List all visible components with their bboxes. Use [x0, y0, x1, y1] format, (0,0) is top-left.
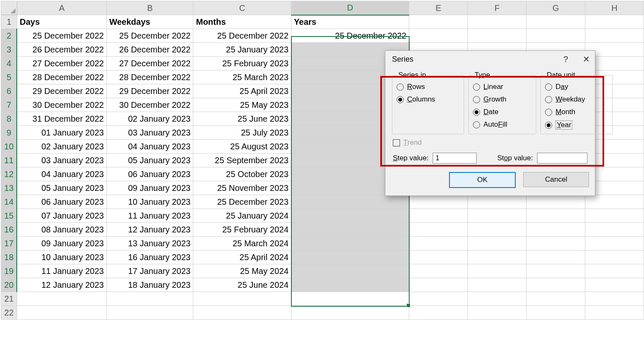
cell-E18[interactable]	[409, 250, 468, 264]
checkbox-trend[interactable]: Trend	[393, 138, 587, 147]
cell-B15[interactable]: 11 January 2023	[106, 209, 193, 223]
cell-B6[interactable]: 29 December 2022	[106, 84, 193, 98]
cell-E21[interactable]	[409, 292, 468, 306]
cell-F21[interactable]	[468, 292, 527, 306]
col-header-E[interactable]: E	[409, 1, 468, 15]
col-header-B[interactable]: B	[106, 1, 193, 15]
row-header-11[interactable]: 11	[1, 154, 17, 167]
cell-A17[interactable]: 09 January 2023	[17, 237, 106, 250]
row-header-6[interactable]: 6	[1, 84, 17, 98]
cancel-button[interactable]: Cancel	[523, 172, 589, 187]
cell-E1[interactable]	[409, 15, 468, 29]
cell-C6[interactable]: 25 April 2023	[193, 84, 291, 98]
cell-E16[interactable]	[409, 223, 468, 237]
cell-G21[interactable]	[527, 292, 585, 306]
cell-H17[interactable]	[585, 237, 644, 250]
cell-H18[interactable]	[585, 250, 644, 264]
cell-C21[interactable]	[193, 292, 291, 306]
cell-C14[interactable]: 25 December 2023	[193, 195, 291, 209]
cell-A14[interactable]: 06 January 2023	[17, 195, 106, 209]
dialog-titlebar[interactable]: Series ? ✕	[385, 51, 595, 68]
row-header-22[interactable]: 22	[1, 306, 17, 320]
col-header-G[interactable]: G	[527, 1, 585, 15]
col-header-H[interactable]: H	[585, 1, 644, 15]
cell-F22[interactable]	[468, 306, 527, 320]
cell-C18[interactable]: 25 April 2024	[193, 250, 291, 264]
cell-D22[interactable]	[291, 306, 409, 320]
cell-E20[interactable]	[409, 278, 468, 292]
cell-C12[interactable]: 25 October 2023	[193, 167, 291, 181]
cell-A1[interactable]: Days	[17, 15, 106, 29]
cell-A19[interactable]: 11 January 2023	[17, 264, 106, 278]
row-header-3[interactable]: 3	[1, 43, 17, 57]
cell-A7[interactable]: 30 December 2022	[17, 98, 106, 112]
cell-B7[interactable]: 30 December 2022	[106, 98, 193, 112]
cell-B2[interactable]: 25 December 2022	[106, 29, 193, 43]
cell-B16[interactable]: 12 January 2023	[106, 223, 193, 237]
row-header-1[interactable]: 1	[1, 15, 17, 29]
cell-G20[interactable]	[527, 278, 585, 292]
cell-E17[interactable]	[409, 237, 468, 250]
close-icon[interactable]: ✕	[583, 55, 590, 64]
cell-D1[interactable]: Years	[291, 15, 409, 29]
radio-autofill[interactable]: AutoFill	[473, 120, 532, 129]
cell-D19[interactable]	[291, 264, 409, 278]
cell-H15[interactable]	[585, 209, 644, 223]
cell-F16[interactable]	[468, 223, 527, 237]
row-header-17[interactable]: 17	[1, 237, 17, 250]
cell-C7[interactable]: 25 May 2023	[193, 98, 291, 112]
radio-growth[interactable]: Growth	[473, 95, 532, 104]
cell-G2[interactable]	[527, 29, 585, 43]
cell-C2[interactable]: 25 December 2022	[193, 29, 291, 43]
cell-D16[interactable]	[291, 223, 409, 237]
cell-H14[interactable]	[585, 195, 644, 209]
cell-F19[interactable]	[468, 264, 527, 278]
cell-D14[interactable]	[291, 195, 409, 209]
cell-B9[interactable]: 03 January 2023	[106, 126, 193, 140]
cell-H21[interactable]	[585, 292, 644, 306]
cell-C9[interactable]: 25 July 2023	[193, 126, 291, 140]
cell-C8[interactable]: 25 June 2023	[193, 112, 291, 126]
col-header-F[interactable]: F	[468, 1, 527, 15]
row-header-2[interactable]: 2	[1, 29, 17, 43]
cell-C3[interactable]: 25 January 2023	[193, 43, 291, 57]
cell-C10[interactable]: 25 August 2023	[193, 140, 291, 154]
cell-H2[interactable]	[585, 29, 644, 43]
radio-month[interactable]: Month	[545, 108, 608, 116]
row-header-9[interactable]: 9	[1, 126, 17, 140]
col-header-C[interactable]: C	[193, 1, 291, 15]
radio-date[interactable]: Date	[473, 108, 532, 116]
cell-D2[interactable]: 25 December 2022	[291, 29, 409, 43]
cell-A4[interactable]: 27 December 2022	[17, 57, 106, 70]
cell-A9[interactable]: 01 January 2023	[17, 126, 106, 140]
cell-B11[interactable]: 05 January 2023	[106, 154, 193, 167]
cell-G15[interactable]	[527, 209, 585, 223]
cell-H16[interactable]	[585, 223, 644, 237]
cell-A2[interactable]: 25 December 2022	[17, 29, 106, 43]
row-header-18[interactable]: 18	[1, 250, 17, 264]
cell-C22[interactable]	[193, 306, 291, 320]
row-header-8[interactable]: 8	[1, 112, 17, 126]
row-header-4[interactable]: 4	[1, 57, 17, 70]
cell-B21[interactable]	[106, 292, 193, 306]
row-header-20[interactable]: 20	[1, 278, 17, 292]
cell-A15[interactable]: 07 January 2023	[17, 209, 106, 223]
cell-F20[interactable]	[468, 278, 527, 292]
cell-E19[interactable]	[409, 264, 468, 278]
cell-C4[interactable]: 25 February 2023	[193, 57, 291, 70]
row-header-19[interactable]: 19	[1, 264, 17, 278]
cell-B13[interactable]: 09 January 2023	[106, 181, 193, 195]
cell-G16[interactable]	[527, 223, 585, 237]
cell-C20[interactable]: 25 June 2024	[193, 278, 291, 292]
cell-C13[interactable]: 25 November 2023	[193, 181, 291, 195]
help-icon[interactable]: ?	[564, 55, 568, 64]
cell-F15[interactable]	[468, 209, 527, 223]
cell-B22[interactable]	[106, 306, 193, 320]
cell-G19[interactable]	[527, 264, 585, 278]
cell-H22[interactable]	[585, 306, 644, 320]
radio-year[interactable]: Year	[545, 120, 608, 130]
cell-H20[interactable]	[585, 278, 644, 292]
cell-E15[interactable]	[409, 209, 468, 223]
row-header-5[interactable]: 5	[1, 70, 17, 84]
cell-E2[interactable]	[409, 29, 468, 43]
